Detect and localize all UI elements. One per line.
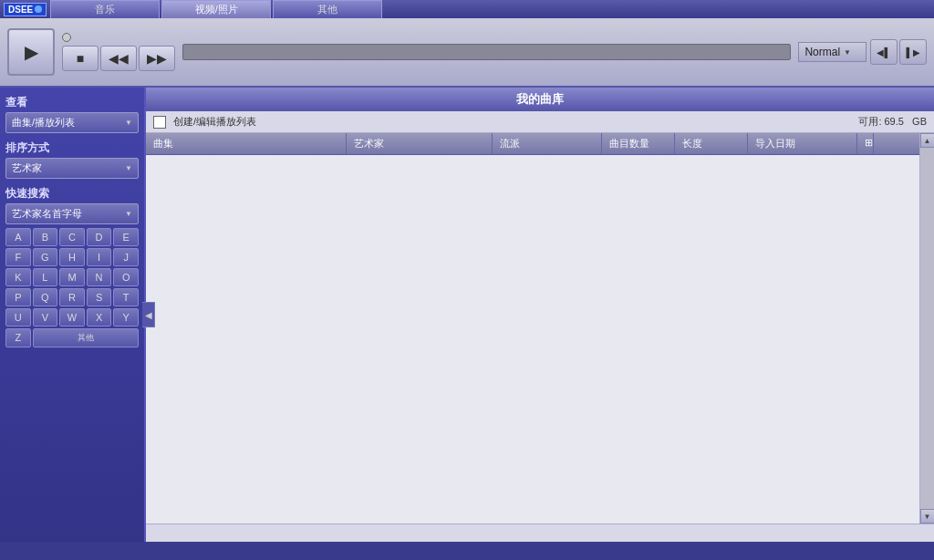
collapse-arrow[interactable]: ◀ [142, 302, 155, 327]
alpha-Q[interactable]: Q [33, 288, 58, 306]
progress-bar[interactable] [182, 44, 791, 60]
alpha-C[interactable]: C [59, 228, 85, 246]
tab-video[interactable]: 视频/照片 [161, 0, 271, 18]
available-value: 69.5 [885, 116, 904, 127]
main-content: 查看 曲集/播放列表 ▼ 排序方式 艺术家 ▼ 快速搜索 艺术家名首字母 ▼ A… [0, 88, 934, 542]
sort-section: 排序方式 艺术家 ▼ [5, 140, 139, 179]
alpha-U[interactable]: U [5, 308, 31, 327]
mode-label: Normal [804, 46, 840, 58]
alpha-J[interactable]: J [113, 248, 139, 266]
alpha-H[interactable]: H [59, 248, 85, 266]
alpha-F[interactable]: F [5, 248, 31, 266]
alpha-K[interactable]: K [5, 268, 31, 286]
search-section: 查看 曲集/播放列表 ▼ [5, 95, 139, 133]
progress-area [182, 44, 791, 60]
alpha-grid: A B C D E F G H I J K L M N O P Q R S T [5, 228, 139, 347]
alpha-D[interactable]: D [87, 228, 112, 246]
library-title: 我的曲库 [146, 88, 934, 111]
col-header-album: 曲集 [146, 133, 347, 154]
quick-search-label: 快速搜索 [5, 186, 139, 202]
dsee-badge: DSEE [4, 3, 47, 16]
col-header-tracks: 曲目数量 [602, 133, 675, 154]
table-header: 曲集 艺术家 流派 曲目数量 长度 导入日期 ⊞ [146, 133, 919, 155]
col-header-expand[interactable]: ⊞ [857, 133, 874, 154]
alpha-L[interactable]: L [33, 268, 58, 286]
alpha-V[interactable]: V [33, 308, 58, 327]
sort-dropdown[interactable]: 艺术家 ▼ [5, 158, 139, 179]
col-header-import: 导入日期 [748, 133, 857, 154]
btn1[interactable]: ◀▌ [870, 39, 898, 65]
browse-dropdown-arrow: ▼ [125, 119, 132, 127]
bottom-bar [146, 524, 934, 542]
dsee-indicator [35, 5, 42, 13]
top-tabs: 音乐 视频/照片 其他 [50, 0, 930, 18]
sort-dropdown-label: 艺术家 [12, 161, 42, 175]
scroll-down-arrow[interactable]: ▼ [920, 509, 935, 524]
prev-icon: ◀◀ [109, 51, 129, 66]
tab-music[interactable]: 音乐 [50, 0, 160, 18]
tab-other[interactable]: 其他 [273, 0, 382, 18]
alpha-X[interactable]: X [87, 308, 112, 327]
btn2[interactable]: ▌▶ [899, 39, 927, 65]
next-icon: ▶▶ [147, 51, 167, 66]
alpha-T[interactable]: T [113, 288, 139, 306]
controls-right: Normal ▼ ◀▌ ▌▶ [798, 39, 927, 65]
play-icon: ▶ [25, 41, 38, 63]
col-header-artist: 艺术家 [347, 133, 493, 154]
transport-controls: ■ ◀◀ ▶▶ [62, 33, 175, 71]
col-header-genre: 流派 [493, 133, 602, 154]
small-btns: ◀▌ ▌▶ [870, 39, 927, 65]
scrollbar-vertical: ▲ ▼ [919, 133, 934, 524]
alpha-E[interactable]: E [113, 228, 139, 246]
dsee-label: DSEE [8, 5, 33, 15]
ctrl-btns: ■ ◀◀ ▶▶ [62, 46, 175, 71]
scroll-up-arrow[interactable]: ▲ [920, 133, 935, 148]
btn2-icon: ▌▶ [906, 47, 919, 57]
alpha-P[interactable]: P [5, 288, 31, 306]
alpha-O[interactable]: O [113, 268, 139, 286]
playlist-checkbox[interactable] [153, 116, 166, 129]
available-unit: GB [912, 116, 927, 127]
quick-dropdown[interactable]: 艺术家名首字母 ▼ [5, 203, 139, 224]
table-container: 曲集 艺术家 流派 曲目数量 长度 导入日期 ⊞ ▲ ▼ [146, 133, 934, 524]
stop-icon: ■ [77, 51, 84, 66]
scroll-track[interactable] [920, 148, 934, 509]
alpha-G[interactable]: G [33, 248, 58, 266]
alpha-W[interactable]: W [59, 308, 85, 327]
alpha-N[interactable]: N [87, 268, 112, 286]
alpha-S[interactable]: S [87, 288, 112, 306]
player-bar: ▶ ■ ◀◀ ▶▶ Normal ▼ ◀▌ [0, 18, 934, 88]
col-header-length: 长度 [675, 133, 748, 154]
alpha-B[interactable]: B [33, 228, 58, 246]
radio-indicator [62, 33, 71, 42]
alpha-R[interactable]: R [59, 288, 85, 306]
table-body [146, 155, 919, 520]
sort-dropdown-arrow: ▼ [125, 164, 132, 172]
quick-dropdown-label: 艺术家名首字母 [12, 207, 82, 221]
quick-dropdown-arrow: ▼ [125, 210, 132, 218]
stop-button[interactable]: ■ [62, 46, 99, 71]
sort-label: 排序方式 [5, 140, 139, 156]
sidebar: 查看 曲集/播放列表 ▼ 排序方式 艺术家 ▼ 快速搜索 艺术家名首字母 ▼ A… [0, 88, 146, 542]
available-space: 可用: 69.5 GB [858, 115, 927, 129]
available-label: 可用: [858, 116, 881, 127]
btn1-icon: ◀▌ [877, 47, 890, 57]
create-playlist-button[interactable]: 创建/编辑播放列表 [173, 115, 256, 129]
browse-dropdown-label: 曲集/播放列表 [12, 116, 75, 130]
library-toolbar: 创建/编辑播放列表 可用: 69.5 GB [146, 111, 934, 133]
alpha-other[interactable]: 其他 [33, 328, 139, 347]
prev-button[interactable]: ◀◀ [100, 46, 137, 71]
library-panel: 我的曲库 创建/编辑播放列表 可用: 69.5 GB 曲集 艺术家 流派 曲目数… [146, 88, 934, 542]
next-button[interactable]: ▶▶ [139, 46, 175, 71]
top-bar: DSEE 音乐 视频/照片 其他 [0, 0, 934, 18]
quick-search-section: 快速搜索 艺术家名首字母 ▼ A B C D E F G H I J K L M… [5, 186, 139, 347]
alpha-A[interactable]: A [5, 228, 31, 246]
alpha-Z[interactable]: Z [5, 328, 31, 347]
alpha-M[interactable]: M [59, 268, 85, 286]
alpha-I[interactable]: I [87, 248, 112, 266]
play-button[interactable]: ▶ [7, 28, 55, 76]
library-table: 曲集 艺术家 流派 曲目数量 长度 导入日期 ⊞ [146, 133, 919, 524]
browse-dropdown[interactable]: 曲集/播放列表 ▼ [5, 112, 139, 133]
mode-dropdown[interactable]: Normal ▼ [798, 42, 867, 62]
alpha-Y[interactable]: Y [113, 308, 139, 327]
